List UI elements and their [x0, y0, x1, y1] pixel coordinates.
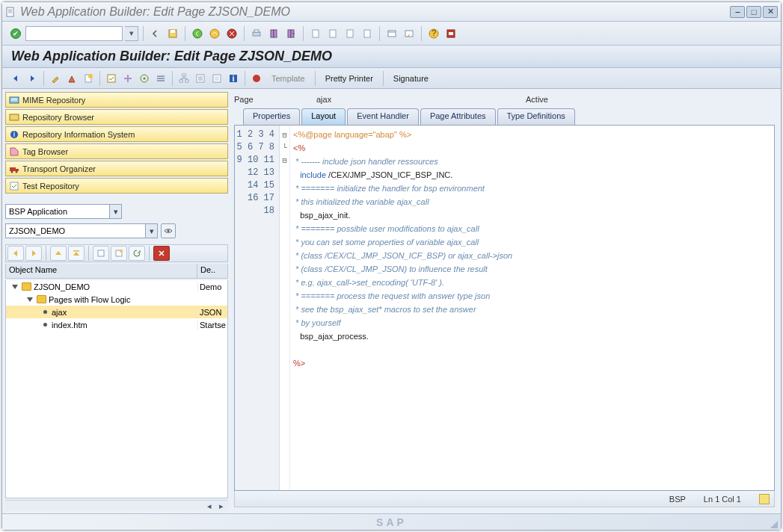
info-icon[interactable]: i [226, 71, 241, 86]
display-obj-icon[interactable] [209, 71, 224, 86]
tree-create-icon[interactable] [111, 246, 127, 261]
page-status: Active [526, 95, 548, 104]
chevron-down-icon[interactable]: ▾ [145, 224, 157, 238]
display-button[interactable] [161, 223, 176, 238]
nav-mime-repository[interactable]: MIME Repository [5, 92, 228, 108]
expand-icon[interactable] [12, 285, 18, 289]
code-area[interactable]: <%@page language="abap" %> <% * ------- … [290, 126, 774, 490]
new-page-icon[interactable] [81, 71, 96, 86]
find-icon[interactable] [266, 26, 281, 41]
page-label: Page [234, 95, 316, 104]
maximize-button[interactable]: □ [746, 6, 761, 18]
close-button[interactable]: ✕ [763, 6, 778, 18]
edit-icon[interactable] [48, 71, 63, 86]
tab-layout[interactable]: Layout [301, 108, 346, 125]
nav-up-icon[interactable] [207, 26, 222, 41]
customize-icon[interactable] [443, 26, 458, 41]
check-icon[interactable] [104, 71, 119, 86]
scroll-left-icon[interactable]: ◂ [204, 501, 215, 511]
nav-label: Repository Information System [22, 130, 135, 139]
tree-header: Object Name De.. [5, 264, 228, 279]
help-icon[interactable]: ? [426, 26, 441, 41]
tree-col-description[interactable]: De.. [197, 264, 227, 278]
nav-test-repository[interactable]: Test Repository [5, 178, 228, 194]
tree-up-icon[interactable] [50, 246, 67, 261]
activate-icon[interactable] [64, 71, 79, 86]
tree-add-icon[interactable] [93, 246, 109, 261]
back-icon[interactable] [148, 26, 163, 41]
tree-label: index.htm [52, 321, 87, 330]
nav-label: Repository Browser [22, 113, 94, 122]
tree-close-icon[interactable] [153, 246, 170, 261]
nav-label: MIME Repository [22, 96, 85, 105]
nav-repository-info-system[interactable]: i Repository Information System [5, 126, 228, 142]
svg-rect-6 [253, 32, 260, 36]
svg-point-47 [11, 170, 13, 173]
test-icon[interactable] [137, 71, 152, 86]
tree-col-objectname[interactable]: Object Name [6, 264, 197, 278]
expand-icon[interactable] [27, 297, 33, 302]
svg-rect-2 [171, 30, 175, 33]
display-list-icon[interactable] [193, 71, 208, 86]
scroll-right-icon[interactable]: ▸ [216, 501, 227, 511]
prev-page-icon[interactable] [325, 26, 340, 41]
tree-row-root[interactable]: ZJSON_DEMO Demo [6, 280, 227, 293]
nav-transport-organizer[interactable]: Transport Organizer [5, 161, 228, 176]
nav-back-icon[interactable] [190, 26, 205, 41]
tab-type-definitions[interactable]: Type Definitions [497, 108, 575, 125]
tree-row-pages-folder[interactable]: Pages with Flow Logic [6, 293, 227, 306]
object-tree[interactable]: ZJSON_DEMO Demo Pages with Flow Logic [5, 280, 228, 498]
chevron-down-icon[interactable]: ▾ [109, 205, 121, 218]
tree-next-icon[interactable] [25, 246, 42, 261]
arrow-left-icon[interactable] [8, 71, 23, 86]
object-name-dropdown[interactable]: ZJSON_DEMO ▾ [5, 223, 158, 238]
hierarchy-icon[interactable] [176, 71, 191, 86]
first-page-icon[interactable] [308, 26, 323, 41]
folder-icon [22, 282, 31, 291]
next-page-icon[interactable] [343, 26, 357, 41]
where-used-icon[interactable] [153, 71, 168, 86]
tab-event-handler[interactable]: Event Handler [347, 108, 419, 125]
cancel-icon[interactable] [224, 26, 239, 41]
tree-top-icon[interactable] [68, 246, 85, 261]
svg-rect-24 [108, 75, 115, 82]
tab-properties[interactable]: Properties [243, 108, 300, 125]
tree-scrollbar[interactable]: ◂ ▸ [5, 500, 228, 510]
nav-tag-browser[interactable]: Tag Browser [5, 143, 228, 159]
breakpoint-icon[interactable] [249, 71, 264, 86]
object-type-dropdown[interactable]: BSP Application ▾ [5, 204, 122, 219]
pretty-printer-button[interactable]: Pretty Printer [319, 74, 379, 83]
svg-rect-30 [157, 78, 165, 79]
nav-repository-browser[interactable]: Repository Browser [5, 109, 228, 125]
svg-point-48 [16, 170, 18, 173]
save-icon[interactable] [165, 26, 180, 41]
resize-grip-icon[interactable] [770, 521, 778, 528]
template-button[interactable]: Template [265, 74, 311, 83]
client-area: MIME Repository Repository Browser i Rep… [2, 89, 781, 513]
fold-column[interactable]: ⊟ └ ⊟ [280, 126, 290, 490]
sap-logo: SAP [376, 516, 407, 528]
command-field[interactable] [25, 26, 123, 41]
ris-icon: i [9, 129, 19, 140]
tree-row-index[interactable]: index.htm Startse [6, 318, 227, 331]
minimize-button[interactable]: ‒ [730, 6, 745, 18]
command-dropdown[interactable]: ▾ [125, 26, 138, 41]
line-gutter: 1 2 3 4 5 6 7 8 9 10 11 12 13 14 15 16 1… [235, 126, 280, 490]
new-session-icon[interactable] [384, 26, 399, 41]
shortcut-icon[interactable] [402, 26, 417, 41]
tab-page-attributes[interactable]: Page Attributes [420, 108, 496, 125]
tree-prev-icon[interactable] [7, 246, 24, 261]
svg-rect-46 [16, 169, 19, 171]
arrow-right-icon[interactable] [25, 71, 40, 86]
signature-button[interactable]: Signature [387, 74, 435, 83]
code-editor[interactable]: 1 2 3 4 5 6 7 8 9 10 11 12 13 14 15 16 1… [234, 125, 775, 491]
activate2-icon[interactable] [120, 71, 135, 86]
last-page-icon[interactable] [360, 26, 375, 41]
svg-rect-0 [7, 7, 13, 16]
tree-refresh-icon[interactable] [129, 246, 145, 261]
tree-row-ajax[interactable]: ajax JSON [6, 306, 227, 318]
find-next-icon[interactable] [283, 26, 298, 41]
print-icon[interactable] [249, 26, 264, 41]
standard-toolbar: ✔ ▾ ? [2, 22, 781, 46]
ok-button[interactable]: ✔ [8, 26, 23, 41]
